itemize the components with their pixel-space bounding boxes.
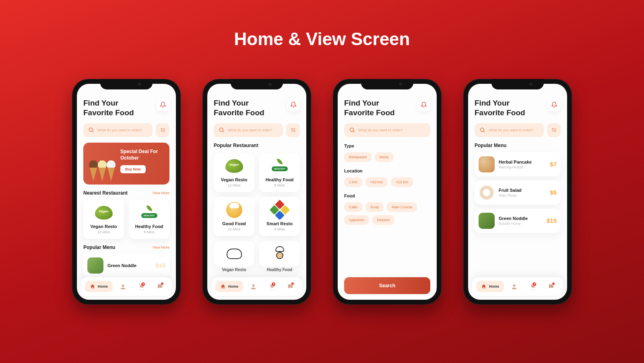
- nav-profile[interactable]: [506, 283, 522, 290]
- chip-cake[interactable]: Cake: [344, 202, 362, 212]
- popular-menu-heading: Popular Menu: [83, 245, 115, 250]
- promo-buy-button[interactable]: Buy Now: [120, 165, 146, 173]
- restaurant-card[interactable]: HEALTHY Healthy Food 8 Mins: [129, 200, 169, 239]
- search-input[interactable]: What do you want to order?: [344, 123, 430, 137]
- search-input[interactable]: What do you want to order?: [475, 123, 544, 137]
- filter-food-label: Food: [344, 193, 430, 198]
- menu-item[interactable]: Fruit SaladWijie Resto $5: [475, 180, 561, 205]
- sliders-icon: [290, 127, 296, 133]
- nearest-heading: Nearest Restaurant: [83, 190, 128, 196]
- promo-image: [87, 150, 120, 185]
- restaurant-name: Smart Resto: [262, 221, 297, 226]
- nav-home[interactable]: Home: [215, 281, 243, 292]
- chip-main-course[interactable]: Main Course: [387, 202, 417, 212]
- nav-chat[interactable]: [282, 283, 298, 290]
- screen-title: Find YourFavorite Food: [475, 98, 525, 118]
- search-button[interactable]: Search: [344, 277, 430, 294]
- filter-type-label: Type: [344, 143, 430, 148]
- cart-badge: 2: [141, 282, 145, 286]
- nav-profile[interactable]: [246, 283, 262, 290]
- restaurant-time: 8 Mins: [132, 230, 166, 234]
- restaurant-logo: HEALTHY: [270, 158, 289, 174]
- nav-cart[interactable]: 2: [134, 283, 150, 290]
- home-icon: [481, 284, 487, 289]
- phone-3: Find YourFavorite Food What do you want …: [333, 79, 442, 305]
- restaurant-name: Vegan Resto: [214, 268, 254, 272]
- screen-home: Find YourFavorite Food What do you want …: [77, 84, 176, 300]
- screen-popular-menu: Find YourFavorite Food What do you want …: [468, 84, 567, 300]
- chip-appetizer[interactable]: Appetizer: [344, 215, 369, 225]
- chip-menu[interactable]: Menu: [375, 152, 394, 162]
- search-input[interactable]: What do you want to order?: [83, 123, 153, 137]
- chip-dessert[interactable]: Dessert: [372, 215, 394, 225]
- search-input[interactable]: What do you want to order?: [214, 123, 283, 137]
- nav-profile[interactable]: [115, 283, 131, 290]
- menu-item[interactable]: Green NoddleNoodle Home $15: [475, 209, 561, 233]
- filter-button[interactable]: [547, 123, 561, 137]
- phone-notch: [100, 79, 153, 89]
- nav-cart[interactable]: 2: [525, 283, 541, 290]
- restaurant-name: Vegan Resto: [87, 224, 121, 229]
- menu-name: Herbal Pancake: [499, 160, 546, 164]
- svg-point-0: [89, 128, 93, 132]
- menu-item[interactable]: Green Noddle $15: [83, 253, 169, 278]
- restaurant-name: Vegan Resto: [217, 177, 251, 182]
- restaurant-card[interactable]: Smart Resto8 Mins: [259, 197, 300, 236]
- svg-point-13: [481, 128, 484, 132]
- menu-subtitle: Warung Herbal: [499, 165, 546, 169]
- svg-point-11: [252, 284, 255, 286]
- svg-rect-10: [291, 131, 295, 131]
- svg-rect-4: [160, 131, 165, 131]
- menu-price: $15: [547, 217, 557, 224]
- restaurant-logo: [270, 246, 289, 262]
- screen-filter: Find YourFavorite Food What do you want …: [338, 84, 437, 300]
- search-icon: [219, 127, 225, 133]
- notification-button[interactable]: [548, 98, 561, 111]
- menu-price: $5: [550, 189, 557, 196]
- screen-popular-restaurants: Find YourFavorite Food What do you want …: [207, 84, 306, 300]
- svg-point-5: [122, 284, 124, 286]
- menu-name: Green Noddle: [107, 263, 151, 268]
- sliders-icon: [160, 127, 166, 133]
- restaurant-card[interactable]: Vegan Resto12 Mins: [214, 153, 254, 192]
- chip-gt10km[interactable]: >10 Km: [365, 177, 388, 187]
- search-placeholder: What do you want to order?: [358, 128, 403, 132]
- restaurant-time: 8 Mins: [262, 227, 297, 231]
- restaurant-logo: HEALTHY: [140, 205, 159, 221]
- restaurant-card[interactable]: Good Food12 Mins: [214, 197, 254, 236]
- filter-button[interactable]: [156, 123, 169, 137]
- notification-button[interactable]: [157, 98, 169, 111]
- chip-1km[interactable]: 1 Km: [344, 177, 362, 187]
- restaurant-card[interactable]: Vegan Resto 12 Mins: [83, 200, 124, 239]
- menu-item[interactable]: Herbal PancakeWarung Herbal $7: [475, 152, 561, 176]
- restaurant-card[interactable]: [214, 241, 254, 267]
- chip-soup[interactable]: Soup: [365, 202, 384, 212]
- view-more-link[interactable]: View More: [153, 245, 169, 249]
- notification-button[interactable]: [417, 98, 430, 111]
- menu-price: $15: [155, 262, 165, 269]
- nav-home[interactable]: Home: [476, 281, 504, 292]
- nav-chat[interactable]: [152, 283, 168, 290]
- svg-point-6: [220, 128, 223, 132]
- nav-chat[interactable]: [543, 283, 559, 290]
- nav-cart[interactable]: 2: [264, 283, 280, 290]
- restaurant-card[interactable]: [259, 241, 300, 267]
- search-placeholder: What do you want to order?: [228, 128, 272, 132]
- chip-restaurant[interactable]: Restaurant: [344, 152, 372, 162]
- restaurant-name: Healthy Food: [262, 177, 297, 182]
- filter-button[interactable]: [286, 123, 300, 137]
- user-icon: [120, 283, 126, 290]
- view-more-link[interactable]: View More: [153, 191, 169, 195]
- sliders-icon: [551, 127, 557, 133]
- menu-name: Green Noddle: [499, 216, 543, 221]
- restaurant-card[interactable]: HEALTHYHealthy Food8 Mins: [259, 153, 300, 192]
- promo-banner[interactable]: Special Deal For October Buy Now: [83, 143, 169, 185]
- restaurant-name: Healthy Food: [132, 224, 166, 229]
- nav-home[interactable]: Home: [85, 281, 113, 292]
- popular-restaurant-heading: Popular Restaurant: [214, 143, 300, 148]
- bottom-nav: Home 2: [472, 277, 563, 296]
- chip-lt10km[interactable]: <10 Km: [391, 177, 413, 187]
- menu-subtitle: Wijie Resto: [499, 193, 546, 197]
- bell-icon: [421, 102, 427, 108]
- notification-button[interactable]: [287, 98, 300, 111]
